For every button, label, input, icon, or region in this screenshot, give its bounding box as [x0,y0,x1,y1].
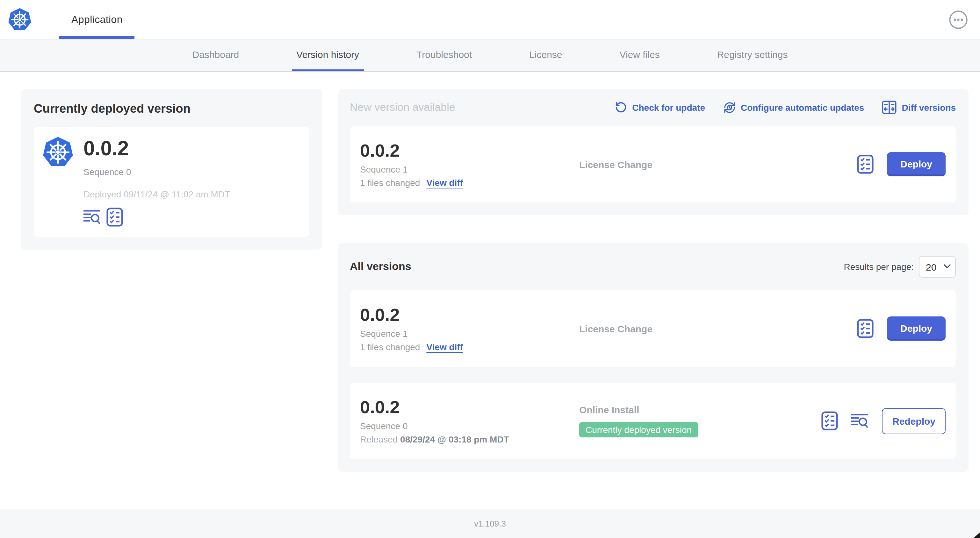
view-diff-link[interactable]: View diff [426,178,463,188]
overflow-menu-button[interactable] [949,10,968,29]
currently-deployed-title: Currently deployed version [34,102,309,116]
currently-deployed-badge: Currently deployed version [579,422,698,437]
currently-deployed-panel: Currently deployed version 0.0.2 Sequenc… [21,89,322,249]
all-versions-title: All versions [350,260,411,273]
configure-automatic-updates-link[interactable]: Configure automatic updates [723,101,864,114]
active-tab-underline [59,36,135,39]
version-source-label: License Change [579,323,652,334]
version-row: 0.0.2 Sequence 1 1 files changed View di… [350,290,956,367]
version-row: 0.0.2 Sequence 0 Released 08/29/24 @ 03:… [350,382,956,459]
deployed-sequence: Sequence 0 [83,167,230,177]
version-sequence: Sequence 1 [360,329,579,339]
preflight-checks-button[interactable] [822,411,838,430]
app-nav-tab[interactable]: Application [59,0,135,39]
new-version-row: 0.0.2 Sequence 1 1 files changed View di… [350,126,956,203]
deployed-timestamp: Deployed 09/11/24 @ 11:02 am MDT [83,189,230,199]
released-timestamp: 08/29/24 @ 03:18 pm MDT [400,434,509,444]
app-header: Application [0,0,980,40]
deploy-button[interactable]: Deploy [887,316,946,341]
tab-view-files[interactable]: View files [615,40,664,71]
tab-license[interactable]: License [525,40,566,71]
tab-troubleshoot[interactable]: Troubleshoot [412,40,476,71]
view-diff-link[interactable]: View diff [426,342,463,352]
results-per-page-select[interactable]: 20 [919,256,956,278]
deploy-logs-icon [83,209,101,225]
version-source-label: License Change [579,159,652,170]
deploy-button[interactable]: Deploy [887,152,946,176]
kubernetes-logo-icon [42,136,74,168]
version-source-label: Online Install [579,404,639,415]
results-per-page-label: Results per page: [844,262,914,272]
tab-version-history[interactable]: Version history [292,40,364,71]
diff-versions-icon [882,101,897,114]
deploy-logs-button[interactable] [852,413,869,428]
version-number: 0.0.2 [360,141,579,161]
console-version: v1.109.3 [474,519,506,528]
preflight-checks-button[interactable] [857,319,873,338]
secondary-nav: Dashboard Version history Troubleshoot L… [0,40,980,72]
mouse-cursor [974,532,980,538]
new-version-title: New version available [350,101,455,114]
currently-deployed-card: 0.0.2 Sequence 0 Deployed 09/11/24 @ 11:… [34,127,309,237]
files-changed-label: 1 files changed [360,342,420,352]
new-version-panel: New version available Check for update [338,89,969,215]
rotate-ccw-icon [615,101,627,113]
preflight-checks-icon [107,208,123,227]
version-number: 0.0.2 [360,397,579,418]
released-label: Released [360,434,398,444]
preflight-checks-button[interactable] [107,208,123,227]
deploy-logs-icon [852,413,869,428]
version-number: 0.0.2 [360,305,579,325]
kubernetes-logo-icon [8,7,32,32]
right-column: New version available Check for update [338,89,969,472]
admin-console-page: Application Dashboard Version history Tr… [0,0,980,538]
all-versions-panel: All versions Results per page: 20 [338,243,969,472]
diff-versions-link[interactable]: Diff versions [882,101,956,114]
preflight-checks-icon [822,411,838,430]
preflight-checks-icon [857,155,873,174]
deploy-logs-button[interactable] [83,209,101,225]
version-sequence: Sequence 0 [360,421,579,431]
redeploy-button[interactable]: Redeploy [882,408,946,434]
tab-registry-settings[interactable]: Registry settings [713,40,792,71]
tab-dashboard[interactable]: Dashboard [188,40,244,71]
version-sequence: Sequence 1 [360,164,579,175]
ellipsis-in-circle-icon [949,10,968,29]
page-footer: v1.109.3 [0,509,980,538]
check-for-update-link[interactable]: Check for update [615,101,705,113]
deployed-version-number: 0.0.2 [83,136,230,160]
app-title: Application [72,14,123,25]
schedule-update-icon [723,101,736,114]
files-changed-label: 1 files changed [360,178,420,188]
preflight-checks-icon [857,319,873,338]
preflight-checks-button[interactable] [857,155,873,174]
main-content: Currently deployed version 0.0.2 Sequenc… [0,72,980,509]
